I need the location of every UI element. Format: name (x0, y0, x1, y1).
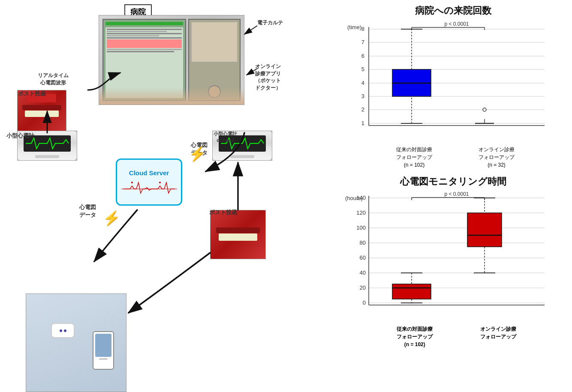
chart2-label-1: 従来の対面診療フォローアップ(n = 102) (397, 325, 433, 348)
label-online-shinryo: オンライン診療アプリ（ポケットドクター） (255, 56, 281, 92)
left-diagram-section: 病院 (0, 0, 334, 392)
ecg-line-display (121, 178, 177, 195)
svg-rect-60 (392, 284, 431, 299)
chart1-label-1: 従来の対面診療フォローアップ(n = 102) (396, 146, 432, 169)
chart2-label-2: オンライン診療フォローアップ (480, 325, 516, 348)
svg-text:2: 2 (361, 106, 364, 113)
chart1-title: 病院への来院回数 (343, 4, 563, 17)
label-kogata-left: 小型心電計 (6, 132, 34, 140)
hospital-photo (99, 15, 244, 105)
page-container: 病院 (0, 0, 572, 392)
chart2-area: (hours) 0 (343, 192, 563, 324)
svg-text:8: 8 (361, 26, 364, 32)
label-denshi-karte: 電子カルテ (257, 19, 283, 27)
svg-rect-66 (467, 213, 502, 247)
svg-text:4: 4 (361, 80, 364, 86)
patient-photo-sim (26, 294, 126, 392)
label-post-right: ポスト投函 (209, 209, 237, 216)
lightning-bottom: ⚡ (103, 210, 120, 226)
chart1-area: (time) 1 (343, 21, 563, 145)
postbox-slot-left (22, 105, 61, 110)
svg-text:100: 100 (356, 224, 366, 231)
chart1-labels: 従来の対面診療フォローアップ(n = 102) オンライン診療フォローアップ(n… (343, 146, 563, 169)
label-realtime-ecg: リアルタイム心電図波形 (38, 72, 69, 87)
chart2-title: 心電図モニタリング時間 (343, 175, 563, 188)
postbox-sim-right (211, 210, 265, 259)
chart2-labels: 従来の対面診療フォローアップ(n = 102) オンライン診療フォローアップ (343, 325, 563, 348)
label-shindenzu-bottom: 心電図データ (79, 203, 96, 219)
postbox-slot-right (216, 227, 260, 233)
svg-text:140: 140 (356, 195, 366, 201)
svg-text:0: 0 (363, 299, 366, 306)
svg-text:120: 120 (356, 209, 366, 216)
svg-text:(time): (time) (347, 24, 361, 30)
label-kogata-right: 小型心電計duranta (214, 131, 237, 144)
svg-point-1 (131, 182, 133, 183)
svg-text:1: 1 (361, 120, 364, 126)
svg-text:80: 80 (360, 239, 366, 246)
svg-text:p < 0.0001: p < 0.0001 (444, 192, 469, 197)
right-charts-section: 病院への来院回数 (time) (334, 0, 572, 392)
svg-text:60: 60 (360, 254, 366, 261)
svg-text:5: 5 (361, 66, 364, 72)
chart1-container: 病院への来院回数 (time) (343, 4, 563, 169)
svg-point-2 (159, 182, 161, 183)
chart2-container: 心電図モニタリング時間 (hours) (343, 175, 563, 348)
chart2-svg: (hours) 0 (343, 192, 557, 324)
chart1-label-2: オンライン診療フォローアップ(n = 32) (479, 146, 515, 169)
svg-text:3: 3 (361, 93, 364, 99)
svg-text:p < 0.0001: p < 0.0001 (444, 21, 469, 27)
chart1-svg: (time) 1 (343, 21, 557, 145)
photo-patient-home (26, 293, 126, 392)
lightning-top: ⚡ (189, 146, 206, 162)
cloud-server-title: Cloud Server (129, 169, 169, 177)
svg-text:7: 7 (361, 39, 364, 45)
photo-post-right (210, 210, 266, 259)
label-post-left: ポスト投函 (18, 90, 46, 98)
svg-text:40: 40 (360, 269, 366, 276)
cloud-server-box: Cloud Server (116, 159, 182, 206)
svg-text:6: 6 (361, 53, 364, 59)
svg-text:20: 20 (360, 284, 366, 291)
